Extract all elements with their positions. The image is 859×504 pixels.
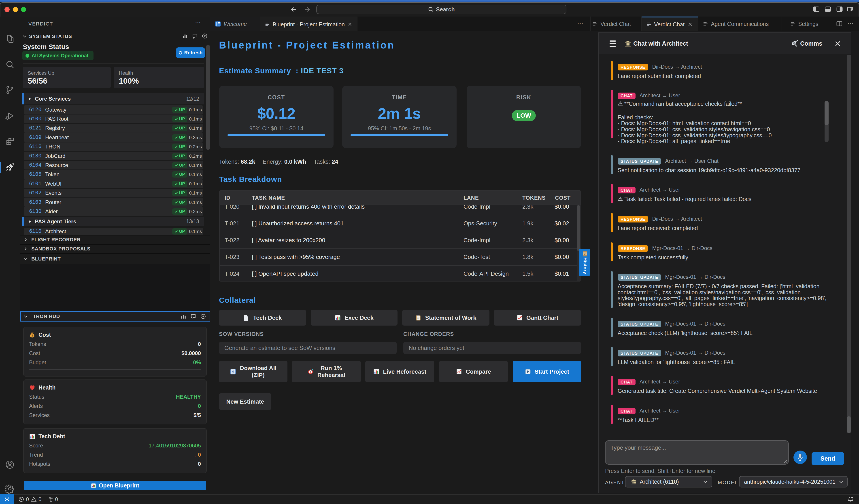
svg-text:$: $ — [31, 334, 33, 337]
